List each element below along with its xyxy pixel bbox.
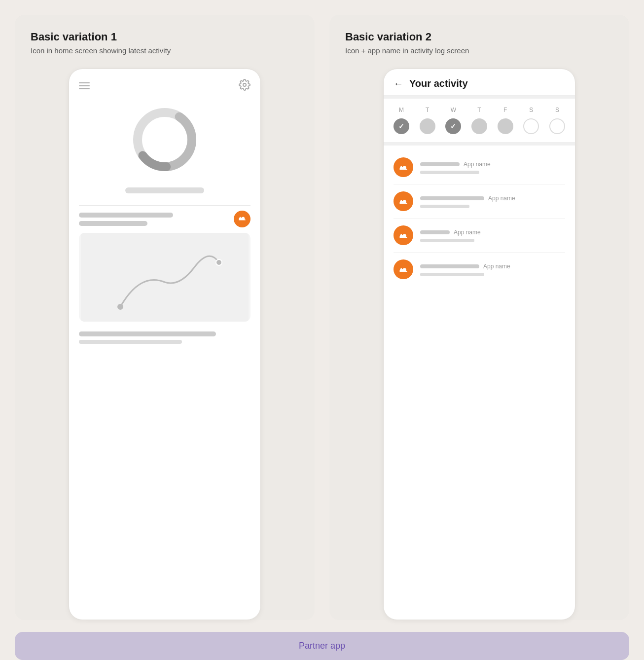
variation1-panel: Basic variation 1 Icon in home screen sh… xyxy=(15,15,315,620)
activity-item-1: App name xyxy=(394,150,565,184)
day-dot-s1[interactable] xyxy=(523,118,539,134)
activity-name-row-4: App name xyxy=(420,263,565,270)
activity-icon-3[interactable] xyxy=(394,225,413,245)
screen-title: Your activity xyxy=(409,78,468,89)
day-dots-row: ✓ ✓ xyxy=(394,118,565,134)
map-svg xyxy=(79,233,250,322)
gear-icon[interactable] xyxy=(239,79,250,93)
day-label-s2: S xyxy=(549,107,565,113)
shoe-icon-4 xyxy=(398,264,408,274)
activity-detail-bar-2 xyxy=(420,205,469,208)
activity-name-bar-1 xyxy=(420,162,460,166)
progress-bar xyxy=(125,187,204,193)
day-label-w: W xyxy=(445,107,461,113)
svg-point-0 xyxy=(243,83,246,86)
day-label-f: F xyxy=(498,107,513,113)
donut-chart xyxy=(128,103,202,177)
phone2-mockup: ← Your activity M T W T F S S ✓ xyxy=(383,69,575,620)
svg-rect-4 xyxy=(81,233,249,322)
activity-name-bar-3 xyxy=(420,230,450,234)
day-dot-t1[interactable] xyxy=(420,118,435,134)
partner-footer: Partner app xyxy=(15,632,629,660)
day-dot-t2[interactable] xyxy=(471,118,487,134)
activity-detail-bar-4 xyxy=(420,273,484,276)
phone2-header: ← Your activity xyxy=(384,69,575,96)
hamburger-icon[interactable] xyxy=(79,82,90,89)
activity-list: App name xyxy=(384,146,575,291)
activity-icon-4[interactable] xyxy=(394,259,413,279)
activity-badge[interactable] xyxy=(234,211,250,227)
days-labels-row: M T W T F S S xyxy=(394,107,565,113)
activity-name-row-3: App name xyxy=(420,229,565,236)
checkmark-w: ✓ xyxy=(450,122,456,130)
text-line-2 xyxy=(79,221,147,226)
activity-name-bar-2 xyxy=(420,196,484,200)
app-name-label-4: App name xyxy=(483,263,510,270)
shoe-icon xyxy=(238,214,247,224)
svg-point-5 xyxy=(117,304,123,310)
activity-info-1: App name xyxy=(420,161,565,174)
phone1-header xyxy=(79,79,250,93)
shoe-icon-2 xyxy=(398,196,408,206)
progress-bar-area xyxy=(79,187,250,193)
activity-detail-bar-1 xyxy=(420,171,479,174)
activity-item-2: App name xyxy=(394,184,565,219)
day-dot-s2[interactable] xyxy=(549,118,565,134)
activity-item-4: App name xyxy=(394,253,565,286)
activity-detail-bar-3 xyxy=(420,239,474,242)
variation2-title: Basic variation 2 xyxy=(345,31,613,43)
week-days-section: M T W T F S S ✓ ✓ xyxy=(384,99,575,143)
bottom-bar-1 xyxy=(79,331,216,336)
activity-item-3: App name xyxy=(394,219,565,253)
day-dot-w[interactable]: ✓ xyxy=(445,118,461,134)
variation1-subtitle: Icon in home screen showing latest activ… xyxy=(31,46,299,55)
back-arrow-icon[interactable]: ← xyxy=(394,78,403,89)
shoe-icon-3 xyxy=(398,230,408,240)
bottom-bar-2 xyxy=(79,340,182,344)
app-name-label-3: App name xyxy=(454,229,481,236)
activity-info-3: App name xyxy=(420,229,565,242)
activity-info-2: App name xyxy=(420,195,565,208)
app-name-label-1: App name xyxy=(464,161,491,168)
day-label-t1: T xyxy=(420,107,435,113)
day-label-s1: S xyxy=(523,107,539,113)
phone1-mockup xyxy=(69,69,261,620)
shoe-icon-1 xyxy=(398,162,408,172)
activity-name-row-2: App name xyxy=(420,195,565,202)
checkmark-m: ✓ xyxy=(398,122,404,130)
activity-icon-2[interactable] xyxy=(394,191,413,211)
svg-point-6 xyxy=(216,259,222,265)
day-dot-f[interactable] xyxy=(498,118,513,134)
day-label-m: M xyxy=(394,107,409,113)
map-area xyxy=(79,233,250,322)
variation2-subtitle: Icon + app name in activity log screen xyxy=(345,46,613,55)
text-block-with-badge xyxy=(79,213,250,226)
app-name-label-2: App name xyxy=(488,195,515,202)
activity-info-4: App name xyxy=(420,263,565,276)
donut-chart-area xyxy=(79,103,250,177)
text-line-1 xyxy=(79,213,173,218)
activity-name-row-1: App name xyxy=(420,161,565,168)
day-dot-m[interactable]: ✓ xyxy=(394,118,409,134)
variation1-title: Basic variation 1 xyxy=(31,31,299,43)
divider1 xyxy=(79,205,250,206)
activity-name-bar-4 xyxy=(420,264,479,268)
day-label-t2: T xyxy=(471,107,487,113)
activity-icon-1[interactable] xyxy=(394,157,413,177)
variation2-panel: Basic variation 2 Icon + app name in act… xyxy=(329,15,629,620)
bottom-bars xyxy=(79,331,250,344)
partner-label: Partner app xyxy=(299,641,345,651)
